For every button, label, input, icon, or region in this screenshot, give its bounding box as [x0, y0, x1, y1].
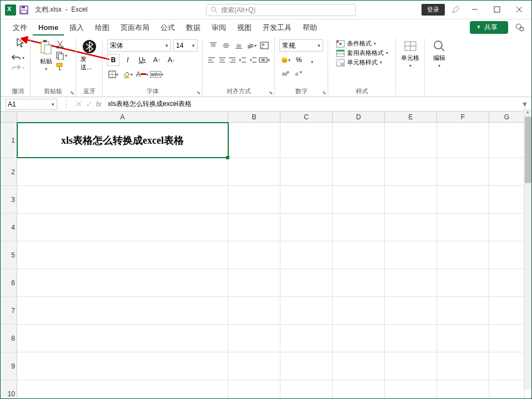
row-header-7[interactable]: 7 [1, 297, 17, 324]
cell-A5[interactable] [17, 241, 228, 269]
cell-C6[interactable] [280, 269, 333, 296]
cell-A8[interactable] [17, 325, 228, 352]
cell-B2[interactable] [228, 158, 280, 185]
cell-F7[interactable] [437, 297, 489, 324]
col-header-G[interactable]: G [489, 112, 525, 122]
select-all-corner[interactable] [1, 112, 17, 122]
decrease-decimal-button[interactable]: .0 [293, 68, 305, 80]
wrap-text-button[interactable]: abc [258, 39, 270, 52]
phonetic-button[interactable]: wén▾ [150, 68, 163, 80]
row-header-4[interactable]: 4 [1, 214, 17, 241]
close-button[interactable] [511, 3, 527, 16]
share-button[interactable]: 共享 ▾ [470, 21, 508, 34]
decrease-font-button[interactable]: A↓ [165, 54, 177, 66]
cell-G5[interactable] [489, 241, 525, 269]
cell-F9[interactable] [437, 352, 489, 380]
minimize-button[interactable] [467, 3, 483, 16]
cell-F4[interactable] [437, 214, 489, 241]
cell-E9[interactable] [385, 352, 437, 380]
tab-draw[interactable]: 绘图 [89, 20, 115, 36]
col-header-D[interactable]: D [333, 112, 385, 122]
cell-F5[interactable] [437, 241, 489, 269]
row-header-5[interactable]: 5 [1, 241, 17, 269]
cell-B1[interactable] [228, 123, 280, 158]
format-table-button[interactable]: 套用表格格式▾ [336, 49, 388, 57]
cell-E3[interactable] [385, 186, 437, 213]
cell-G6[interactable] [489, 269, 525, 296]
tab-home[interactable]: Home [33, 21, 64, 36]
undo-button[interactable]: ▾ [11, 54, 24, 62]
underline-button[interactable]: U▾ [136, 54, 148, 66]
font-name-select[interactable]: 宋体▾ [107, 39, 171, 52]
accounting-format-button[interactable]: 😐▾ [279, 54, 292, 66]
cell-C2[interactable] [280, 158, 333, 185]
cell-G4[interactable] [489, 214, 525, 241]
cell-C4[interactable] [280, 214, 333, 241]
clipboard-launcher[interactable]: ⬊ [70, 90, 74, 95]
cell-G9[interactable] [489, 352, 525, 380]
cell-C9[interactable] [280, 352, 333, 380]
save-icon[interactable] [19, 6, 28, 14]
cell-D9[interactable] [333, 352, 385, 380]
cell-F6[interactable] [437, 269, 489, 296]
cancel-formula-button[interactable]: ✕ [75, 99, 82, 109]
cell-B3[interactable] [228, 186, 280, 213]
cell-E1[interactable] [385, 123, 437, 158]
format-painter-icon[interactable] [56, 62, 66, 71]
cell-E10[interactable] [385, 380, 437, 399]
vertical-scrollbar[interactable]: ▴ [524, 109, 531, 390]
cell-A7[interactable] [17, 297, 228, 324]
cell-B6[interactable] [228, 269, 280, 296]
decrease-indent-button[interactable] [238, 54, 248, 66]
cell-B7[interactable] [228, 297, 280, 324]
cell-D5[interactable] [333, 241, 385, 269]
tab-view[interactable]: 视图 [232, 20, 257, 36]
number-format-select[interactable]: 常规▾ [279, 39, 323, 52]
cell-A4[interactable] [17, 214, 228, 241]
increase-decimal-button[interactable]: .00 [279, 68, 292, 80]
cell-D3[interactable] [333, 186, 385, 213]
cell-E6[interactable] [385, 269, 437, 296]
row-header-9[interactable]: 9 [1, 352, 17, 380]
percent-button[interactable]: % [293, 54, 305, 66]
cell-A6[interactable] [17, 269, 228, 296]
paste-button[interactable]: 粘贴▾ [39, 39, 53, 72]
cell-D2[interactable] [333, 158, 385, 185]
col-header-E[interactable]: E [385, 112, 437, 122]
cell-D7[interactable] [333, 297, 385, 324]
accept-formula-button[interactable]: ✓ [86, 99, 93, 109]
cell-C3[interactable] [280, 186, 333, 213]
cell-A3[interactable] [17, 186, 228, 213]
pen-icon[interactable] [451, 5, 460, 14]
formula-input[interactable]: xls表格怎么转换成excel表格 [106, 99, 518, 109]
cut-icon[interactable] [56, 40, 64, 49]
maximize-button[interactable] [489, 3, 505, 16]
row-header-8[interactable]: 8 [1, 325, 17, 352]
tab-dev[interactable]: 开发工具 [257, 20, 297, 36]
align-left-button[interactable] [207, 54, 217, 66]
align-center-button[interactable] [218, 54, 227, 66]
cell-G7[interactable] [489, 297, 525, 324]
cell-D4[interactable] [333, 214, 385, 241]
italic-button[interactable]: I [122, 54, 134, 66]
cell-B8[interactable] [228, 325, 280, 352]
tab-formula[interactable]: 公式 [155, 20, 180, 36]
comments-icon[interactable] [515, 23, 525, 33]
row-header-1[interactable]: 1 [1, 123, 17, 158]
copy-button[interactable]: ▾ [56, 51, 67, 60]
cell-B4[interactable] [228, 214, 280, 241]
cell-C8[interactable] [280, 325, 333, 352]
increase-indent-button[interactable] [248, 54, 258, 66]
col-header-A[interactable]: A [17, 112, 228, 122]
fill-color-button[interactable]: ▾ [122, 68, 134, 80]
cell-D1[interactable] [333, 123, 385, 158]
number-launcher[interactable]: ⬊ [322, 90, 327, 95]
cell-D8[interactable] [333, 325, 385, 352]
cell-F1[interactable] [437, 123, 489, 158]
cell-E4[interactable] [385, 214, 437, 241]
merge-center-button[interactable]: ▾ [259, 54, 270, 66]
name-box[interactable]: A1▾ [5, 99, 57, 110]
cell-G8[interactable] [489, 325, 525, 352]
cell-C10[interactable] [280, 380, 333, 399]
bluetooth-send-button[interactable]: 发送... [81, 39, 98, 72]
